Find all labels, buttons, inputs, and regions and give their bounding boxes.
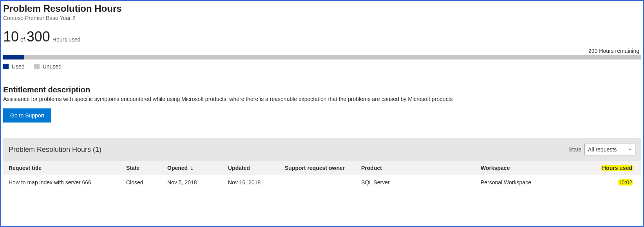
col-header-product[interactable]: Product — [361, 165, 481, 171]
cell-state: Closed — [126, 179, 167, 186]
chevron-down-icon — [628, 148, 632, 151]
hours-summary: 10 of 300 Hours used — [3, 30, 641, 44]
cell-workspace: Personal Workspace — [481, 179, 579, 186]
hours-progress-bar — [3, 55, 641, 59]
legend-used: Used — [3, 63, 25, 70]
col-header-opened[interactable]: Opened — [167, 165, 228, 171]
col-header-state[interactable]: State — [126, 165, 167, 171]
hours-used-value: 10 — [3, 30, 19, 44]
progress-legend: Used Unused — [3, 63, 641, 70]
col-header-opened-label: Opened — [167, 165, 188, 171]
state-filter-label: State — [568, 146, 581, 153]
hours-of-label: of — [20, 36, 25, 43]
col-header-workspace[interactable]: Workspace — [481, 165, 579, 171]
col-header-hours[interactable]: Hours used — [579, 165, 635, 171]
legend-used-label: Used — [12, 63, 25, 70]
state-filter: State All requests — [568, 144, 635, 155]
cell-opened: Nov 5, 2018 — [167, 179, 228, 186]
col-header-owner[interactable]: Support request owner — [285, 165, 361, 171]
swatch-used-icon — [3, 64, 9, 69]
cell-hours: 10:02 — [579, 179, 635, 186]
page-content: Problem Resolution Hours Contoso Premier… — [1, 1, 643, 189]
hours-remaining-label: 290 Hours remaining — [3, 48, 641, 54]
col-header-hours-label: Hours used — [601, 165, 633, 171]
sort-down-icon — [190, 166, 194, 170]
col-header-title[interactable]: Request title — [9, 165, 126, 171]
cell-hours-value: 10:02 — [618, 179, 633, 186]
cell-title: How to map index with server 666 — [9, 179, 126, 186]
grid-header-row: Request title State Opened Updated Suppo… — [3, 161, 641, 175]
legend-unused: Unused — [34, 63, 62, 70]
requests-card: Problem Resolution Hours (1) State All r… — [3, 138, 641, 189]
page-subtitle: Contoso Premier Base Year 2 — [3, 15, 641, 21]
legend-unused-label: Unused — [43, 63, 62, 70]
go-to-support-button[interactable]: Go to Support — [3, 108, 51, 123]
page-frame: Problem Resolution Hours Contoso Premier… — [0, 0, 644, 227]
state-filter-dropdown[interactable]: All requests — [584, 144, 635, 155]
hours-used-label: Hours used — [52, 36, 81, 43]
cell-updated: Nov 16, 2018 — [228, 179, 285, 186]
cell-product: SQL Server — [361, 179, 481, 186]
col-header-updated[interactable]: Updated — [228, 165, 285, 171]
state-filter-value: All requests — [588, 146, 617, 153]
entitlement-title: Entitlement description — [3, 85, 641, 94]
table-row[interactable]: How to map index with server 666 Closed … — [3, 175, 641, 189]
entitlement-description: Assistance for problems with specific sy… — [3, 96, 641, 102]
page-title: Problem Resolution Hours — [3, 3, 641, 14]
requests-card-header: Problem Resolution Hours (1) State All r… — [3, 138, 641, 161]
hours-total-value: 300 — [27, 30, 50, 44]
requests-card-title: Problem Resolution Hours (1) — [9, 146, 101, 154]
requests-grid: Request title State Opened Updated Suppo… — [3, 161, 641, 189]
swatch-unused-icon — [34, 64, 40, 69]
hours-progress-fill — [3, 55, 24, 59]
